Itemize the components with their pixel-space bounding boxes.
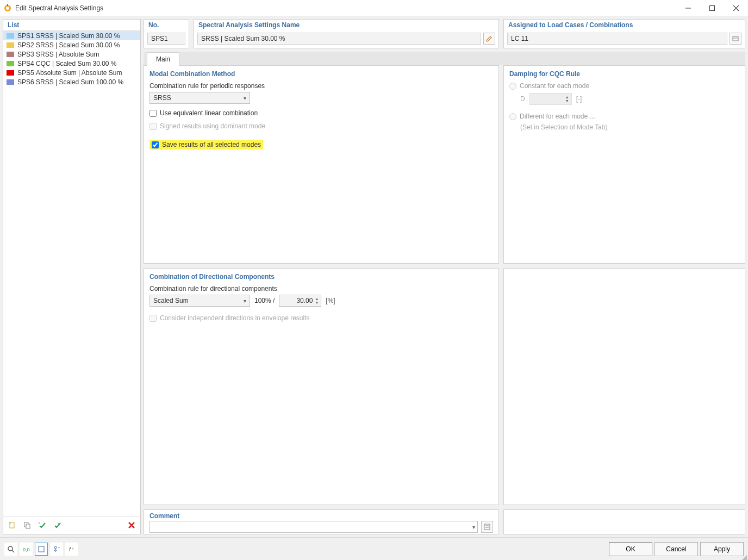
svg-rect-15 bbox=[733, 36, 738, 41]
save-all-highlight[interactable]: Save results of all selected modes bbox=[149, 140, 263, 150]
list-panel: List SPS1 SRSS | Scaled Sum 30.00 % SPS2… bbox=[3, 19, 141, 534]
signed-checkbox-row: Signed results using dominant mode bbox=[149, 122, 493, 130]
svg-rect-17 bbox=[484, 524, 490, 530]
consider-checkbox-row: Consider independent directions in envel… bbox=[149, 314, 493, 322]
edit-name-button[interactable] bbox=[483, 33, 495, 45]
list-item[interactable]: SPS4 CQC | Scaled Sum 30.00 % bbox=[3, 59, 140, 68]
function-button[interactable]: fx bbox=[65, 543, 78, 556]
list-header: List bbox=[3, 20, 140, 31]
list-item[interactable]: SPS3 SRSS | Absolute Sum bbox=[3, 49, 140, 59]
comment-combobox[interactable]: ▾ bbox=[149, 521, 478, 533]
svg-text:x: x bbox=[72, 546, 74, 550]
consider-label: Consider independent directions in envel… bbox=[160, 314, 310, 322]
list-item-id: SPS1 bbox=[17, 32, 36, 40]
spinner-buttons: ▲▼ bbox=[565, 95, 569, 103]
use-equiv-checkbox-row[interactable]: Use equivalent linear combination bbox=[149, 109, 493, 117]
close-button[interactable] bbox=[724, 0, 748, 16]
color-swatch bbox=[7, 42, 14, 48]
signed-label: Signed results using dominant mode bbox=[160, 122, 265, 130]
color-swatch bbox=[7, 33, 14, 39]
damping-d-label: D bbox=[520, 95, 525, 103]
spinner-buttons[interactable]: ▲▼ bbox=[315, 297, 319, 304]
modal-rule-value: SRSS bbox=[153, 94, 171, 102]
copy-item-button[interactable] bbox=[21, 519, 34, 532]
damping-different-note: (Set in Selection of Mode Tab) bbox=[520, 123, 739, 131]
list-item-name: SRSS | Scaled Sum 100.00 % bbox=[36, 78, 123, 86]
window-title: Edit Spectral Analysis Settings bbox=[15, 4, 676, 12]
bottom-bar: 0,0 fx OK Cancel Apply bbox=[0, 537, 748, 560]
check-all-button[interactable]: 0 bbox=[36, 519, 49, 532]
damping-different-radio-row: Different for each mode ... bbox=[509, 113, 739, 120]
color-swatch bbox=[7, 61, 14, 66]
list-body: SPS1 SRSS | Scaled Sum 30.00 % SPS2 SRSS… bbox=[3, 31, 140, 516]
svg-rect-2 bbox=[7, 4, 8, 6]
dir-rule-select[interactable]: Scaled Sum ▾ bbox=[149, 295, 250, 307]
delete-item-button[interactable] bbox=[125, 519, 138, 532]
units-button[interactable]: 0,0 bbox=[20, 543, 33, 556]
svg-point-20 bbox=[8, 546, 13, 551]
save-all-label: Save results of all selected modes bbox=[162, 141, 261, 148]
use-equiv-label: Use equivalent linear combination bbox=[160, 109, 258, 117]
list-item-name: SRSS | Scaled Sum 30.00 % bbox=[36, 32, 120, 40]
uncheck-all-button[interactable] bbox=[51, 519, 64, 532]
assigned-browse-button[interactable] bbox=[730, 33, 741, 45]
list-item-id: SPS3 bbox=[17, 51, 36, 58]
list-item[interactable]: SPS5 Absolute Sum | Absolute Sum bbox=[3, 68, 140, 77]
list-item[interactable]: SPS2 SRSS | Scaled Sum 30.00 % bbox=[3, 40, 140, 49]
no-value: SPS1 bbox=[147, 33, 185, 45]
list-item-name: SRSS | Absolute Sum bbox=[36, 51, 99, 58]
svg-rect-4 bbox=[710, 5, 715, 10]
name-label: Spectral Analysis Settings Name bbox=[194, 20, 498, 30]
chevron-down-icon: ▾ bbox=[244, 95, 246, 101]
editor-panel: No. SPS1 Spectral Analysis Settings Name… bbox=[144, 19, 745, 534]
svg-text:0,0: 0,0 bbox=[23, 547, 30, 552]
list-item-name: SRSS | Scaled Sum 30.00 % bbox=[36, 41, 120, 49]
window-controls bbox=[676, 0, 748, 16]
modal-title: Modal Combination Method bbox=[149, 70, 493, 78]
save-all-checkbox[interactable] bbox=[152, 141, 159, 148]
apply-button[interactable]: Apply bbox=[700, 542, 744, 556]
name-input[interactable]: SRSS | Scaled Sum 30.00 % bbox=[197, 33, 481, 45]
svg-point-24 bbox=[54, 546, 57, 549]
no-label: No. bbox=[144, 20, 189, 30]
modal-rule-label: Combination rule for periodic responses bbox=[149, 82, 493, 90]
model-button[interactable] bbox=[50, 543, 63, 556]
right-column: Damping for CQC Rule Constant for each m… bbox=[503, 65, 745, 534]
sections-row: Modal Combination Method Combination rul… bbox=[144, 65, 745, 534]
dir-percent-unit: [%] bbox=[326, 297, 335, 304]
display-button[interactable] bbox=[35, 543, 48, 556]
directional-section: Combination of Directional Components Co… bbox=[144, 268, 499, 505]
dir-percent-spinner[interactable]: 30.00 ▲▼ bbox=[279, 295, 321, 307]
comment-title: Comment bbox=[149, 512, 493, 520]
list-item-id: SPS2 bbox=[17, 41, 36, 49]
ok-button[interactable]: OK bbox=[609, 542, 652, 556]
dir-percent-value: 30.00 bbox=[296, 297, 313, 304]
damping-title: Damping for CQC Rule bbox=[509, 70, 739, 78]
search-button[interactable] bbox=[4, 543, 17, 556]
list-item-id: SPS4 bbox=[17, 60, 36, 67]
minimize-button[interactable] bbox=[676, 0, 700, 16]
list-item[interactable]: SPS1 SRSS | Scaled Sum 30.00 % bbox=[3, 31, 140, 40]
comment-section: Comment ▾ bbox=[144, 509, 499, 534]
list-item-name: CQC | Scaled Sum 30.00 % bbox=[36, 60, 117, 67]
maximize-button[interactable] bbox=[700, 0, 724, 16]
modal-rule-select[interactable]: SRSS ▾ bbox=[149, 92, 250, 104]
color-swatch bbox=[7, 70, 14, 76]
damping-d-row: D ▲▼ [-] bbox=[520, 93, 739, 105]
new-item-button[interactable] bbox=[5, 519, 18, 532]
list-item[interactable]: SPS6 SRSS | Scaled Sum 100.00 % bbox=[3, 77, 140, 86]
dir-rule-value: Scaled Sum bbox=[153, 297, 189, 304]
use-equiv-checkbox[interactable] bbox=[149, 110, 157, 117]
tab-main[interactable]: Main bbox=[147, 52, 179, 66]
comment-library-button[interactable] bbox=[481, 521, 493, 533]
damping-d-unit: [-] bbox=[576, 95, 582, 103]
tabstrip: Main bbox=[144, 52, 745, 65]
list-item-id: SPS6 bbox=[17, 78, 36, 86]
damping-d-spinner: ▲▼ bbox=[529, 93, 572, 105]
list-item-id: SPS5 bbox=[17, 69, 36, 77]
color-swatch bbox=[7, 79, 14, 85]
list-item-name: Absolute Sum | Absolute Sum bbox=[36, 69, 122, 77]
cancel-button[interactable]: Cancel bbox=[654, 542, 698, 556]
left-column: Modal Combination Method Combination rul… bbox=[144, 65, 499, 534]
app-icon bbox=[3, 4, 12, 13]
